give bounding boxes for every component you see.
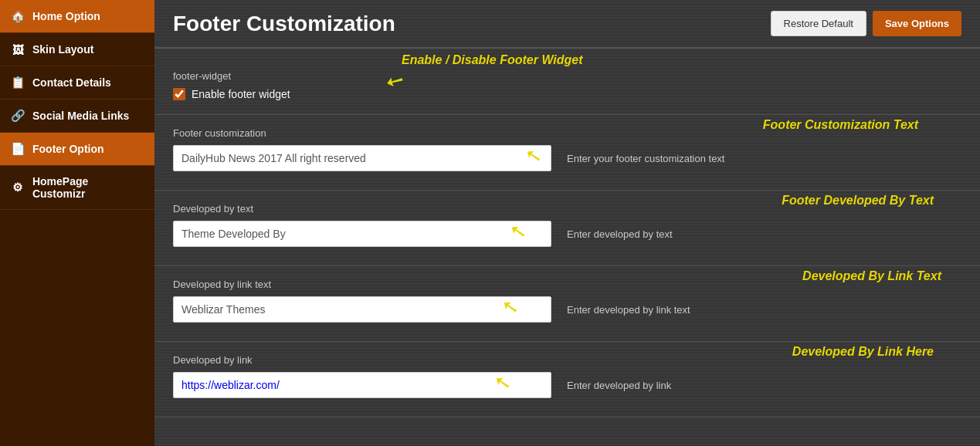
dev-text-section: Footer Developed By Text ➘ Developed by …	[154, 191, 980, 266]
sidebar-item-label: Contact Details	[32, 76, 111, 89]
footer-text-input[interactable]	[173, 145, 551, 171]
dev-link-text-hint: Enter developed by link text	[567, 304, 690, 316]
sidebar-item-home-option[interactable]: 🏠 Home Option	[0, 0, 154, 33]
sidebar: 🏠 Home Option 🖼 Skin Layout 📋 Contact De…	[0, 0, 154, 446]
annotation-dev-link: Developed By Link Here	[792, 345, 934, 358]
contact-icon: 📋	[11, 76, 25, 90]
dev-text-hint: Enter developed by text	[567, 228, 673, 240]
dev-link-text-input[interactable]	[173, 296, 551, 323]
header-buttons: Restore Default Save Options	[771, 11, 961, 36]
sidebar-item-label: Social Media Links	[32, 110, 129, 122]
skin-icon: 🖼	[11, 42, 25, 56]
annotation-footer-text: Footer Customization Text	[763, 118, 918, 131]
enable-footer-widget-label: Enable footer widget	[192, 88, 290, 100]
annotation-dev-link-text: Developed By Link Text	[802, 269, 941, 282]
sidebar-item-social-media-links[interactable]: 🔗 Social Media Links	[0, 100, 154, 133]
social-icon: 🔗	[11, 109, 25, 123]
annotation-dev-text: Footer Developed By Text	[782, 194, 934, 207]
enable-footer-widget-checkbox[interactable]	[173, 88, 185, 100]
dev-link-row: Enter developed by link	[173, 372, 961, 398]
sidebar-item-skin-layout[interactable]: 🖼 Skin Layout	[0, 33, 154, 66]
sidebar-item-footer-option[interactable]: 📄 Footer Option	[0, 133, 154, 166]
footer-text-hint: Enter your footer customization text	[567, 153, 724, 164]
home-icon: 🏠	[11, 9, 25, 23]
footer-customization-section: Footer Customization Text ➘ Footer custo…	[154, 115, 980, 191]
dev-text-row: Enter developed by text	[173, 221, 961, 247]
page-title: Footer Customization	[173, 12, 395, 36]
dev-link-text-row: Enter developed by link text	[173, 296, 961, 323]
dev-text-input[interactable]	[173, 221, 551, 247]
sidebar-item-label: HomePage Customizr	[32, 175, 144, 200]
sidebar-item-label: Skin Layout	[32, 43, 93, 56]
restore-default-button[interactable]: Restore Default	[771, 11, 866, 36]
annotation-enable-disable: Enable / Disable Footer Widget	[402, 53, 583, 67]
sidebar-item-homepage-customizr[interactable]: ⚙ HomePage Customizr	[0, 166, 154, 210]
sidebar-item-label: Home Option	[32, 10, 100, 22]
sidebar-item-label: Footer Option	[32, 143, 104, 155]
customizr-icon: ⚙	[11, 181, 25, 194]
dev-link-hint: Enter developed by link	[567, 380, 671, 391]
dev-link-section: Developed By Link Here ➘ Developed by li…	[154, 342, 980, 417]
dev-link-text-section: Developed By Link Text ➘ Developed by li…	[154, 266, 980, 342]
arrow-dev-text: ➘	[507, 218, 528, 245]
footer-text-row: Enter your footer customization text	[173, 145, 961, 171]
sidebar-item-contact-details[interactable]: 📋 Contact Details	[0, 66, 154, 100]
footer-icon: 📄	[11, 142, 25, 156]
main-content: Footer Customization Restore Default Sav…	[154, 0, 980, 446]
save-options-button[interactable]: Save Options	[873, 11, 961, 36]
arrow-dev-link-text: ➘	[500, 294, 521, 320]
page-header: Footer Customization Restore Default Sav…	[154, 0, 980, 49]
arrow-dev-link: ➘	[492, 370, 513, 396]
footer-widget-section: Enable / Disable Footer Widget ➘ footer-…	[154, 49, 980, 115]
arrow-footer-text: ➘	[523, 143, 544, 169]
